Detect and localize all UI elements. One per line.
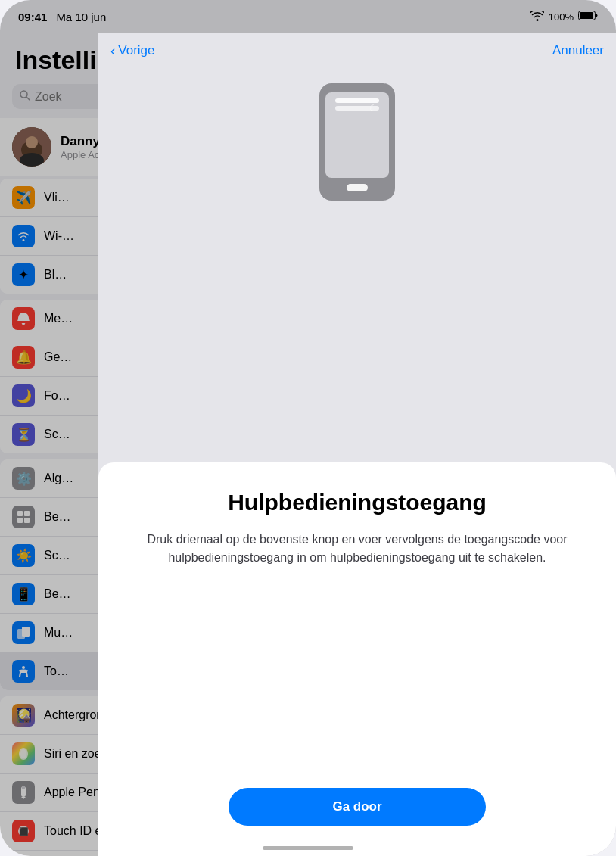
modal-nav: ‹ Vorige Annuleer [98,33,616,68]
bottom-sheet: Hulpbedieningstoegang Druk driemaal op d… [98,462,616,856]
chevron-left-icon: ‹ [110,42,115,59]
phone-preview: ☾ [98,68,616,213]
screen-bar-1 [335,98,380,103]
cancel-label: Annuleer [552,43,604,58]
go-through-button[interactable]: Ga door [229,788,486,826]
screen-bar-2 [335,106,380,111]
sheet-title: Hulpbedieningstoegang [228,490,487,515]
home-indicator [263,846,353,850]
modal-back-button[interactable]: ‹ Vorige [110,42,155,59]
modal-back-label: Vorige [118,43,154,58]
phone-screen: ☾ [325,92,389,178]
modal-cancel-button[interactable]: Annuleer [552,43,604,58]
sheet-description: Druk driemaal op de bovenste knop en voe… [123,531,592,567]
phone-home-button [347,184,368,191]
phone-mockup: ☾ [319,83,395,201]
